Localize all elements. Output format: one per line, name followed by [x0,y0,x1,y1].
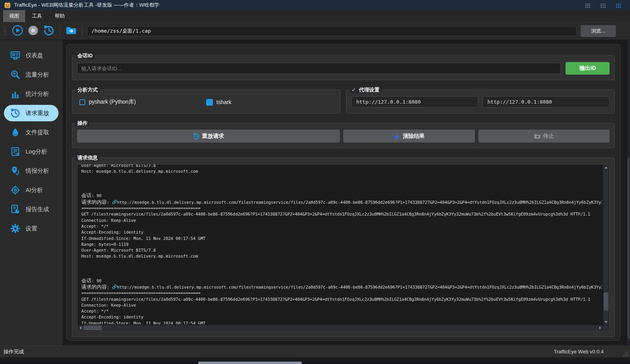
statusbar: 操作完成 TrafficEye Web v0.0.4 [0,346,630,357]
file-extract-icon [10,127,20,137]
tshark-checkbox[interactable]: tshark [206,99,333,106]
stop-button[interactable] [26,24,40,38]
sidebar-item-settings[interactable]: 设置 [4,220,59,237]
stop-label: 停止 [543,133,554,140]
stop-icon [27,25,39,37]
sidebar-item-label: 情报分析 [26,167,49,175]
resize-grip-icon[interactable] [623,351,628,356]
history-icon [193,133,200,140]
main-content: 会话ID 输出ID 分析方式 pyshark (Python库) tshark [63,40,630,346]
vertical-scrollbar-thumb[interactable] [604,293,608,311]
sidebar: 仪表盘 流量分析 统计分析 请求重放 文件提取 Log分析 情报分析 AI分析 … [0,40,63,346]
proxy-https-input[interactable] [482,96,610,108]
request-replay-panel: 会话ID 输出ID 分析方式 pyshark (Python库) tshark [66,44,621,341]
menu-view[interactable]: 视图 [3,10,25,22]
sidebar-item-intel-analysis[interactable]: 情报分析 [4,163,59,179]
analysis-method-group: 分析方式 pyshark (Python库) tshark [72,90,341,113]
request-info-text: User-Agent: Microsoft BITS/7.8 Host: mse… [81,164,602,324]
history-icon [43,25,55,37]
folder-export-icon [66,25,77,37]
window-horizontal-scrollbar-thumb[interactable] [198,362,302,364]
vertical-scrollbar[interactable] [603,165,609,325]
session-id-group-title: 会话ID [75,52,95,59]
request-info-group-title: 请求信息 [75,154,100,161]
clear-results-label: 清除结果 [403,133,425,140]
window-vertical-scrollbar-thumb[interactable] [628,158,630,338]
titlebar-controls [585,3,626,8]
actions-group-title: 操作 [75,120,90,126]
sidebar-item-ai-analysis[interactable]: AI分析 [4,182,59,198]
window-vertical-scrollbar[interactable] [627,40,630,346]
checkbox-unchecked-icon [79,99,85,105]
sidebar-item-label: Log分析 [26,148,47,155]
sidebar-item-request-replay[interactable]: 请求重放 [4,105,59,121]
proxy-settings-group-title: 代理设置 [350,86,381,93]
clear-results-button[interactable]: 清除结果 [343,130,475,143]
scroll-down-arrow-icon[interactable] [603,319,609,325]
stop-button-disabled[interactable]: 停止 [478,130,610,143]
proxy-http-input[interactable] [351,96,478,108]
menu-tools[interactable]: 工具 [26,10,48,22]
menubar: 视图 工具 帮助 [0,10,630,22]
scroll-left-arrow-icon[interactable] [78,325,83,331]
capture-path-input[interactable] [87,26,577,36]
toolbar-drag-handle[interactable] [3,26,7,37]
sidebar-item-label: 仪表盘 [26,52,43,59]
sidebar-item-report-generate[interactable]: 报告生成 [4,201,59,218]
toolbar: 浏览... [0,22,630,40]
settings-icon [10,223,20,234]
session-id-group: 会话ID 输出ID [72,55,615,80]
broom-icon [393,133,400,140]
open-file-button[interactable] [64,24,78,38]
window-horizontal-scrollbar[interactable] [0,362,630,364]
request-replay-icon [10,108,20,118]
output-id-button[interactable]: 输出ID [566,62,610,75]
sidebar-item-label: 文件提取 [26,129,49,136]
sidebar-item-label: 设置 [26,225,37,232]
session-id-input[interactable] [77,63,561,74]
window-dots-icon-3[interactable] [615,3,621,8]
sidebar-item-label: 请求重放 [26,110,49,117]
pyshark-checkbox[interactable]: pyshark (Python库) [79,99,206,106]
sidebar-item-file-extract[interactable]: 文件提取 [4,124,59,141]
checkbox-checked-icon [206,99,213,106]
traffic-analysis-icon [10,70,20,80]
scroll-up-arrow-icon[interactable] [603,165,609,170]
play-button[interactable] [11,24,24,38]
window-title: TrafficEye - WEB网络流量分析工具 -研发版 ——作者：W啥都学 [14,2,159,9]
log-analysis-icon [10,146,20,157]
window-dots-icon-1[interactable] [585,3,591,8]
replay-request-button[interactable]: 重放请求 [77,130,340,143]
horizontal-scrollbar[interactable] [78,325,603,331]
proxy-enabled-checkbox[interactable] [352,86,359,93]
sidebar-item-label: 报告生成 [26,206,49,213]
sidebar-item-label: 统计分析 [26,90,49,98]
menu-help[interactable]: 帮助 [49,10,71,22]
app-icon [4,2,11,9]
request-info-textarea[interactable]: User-Agent: Microsoft BITS/7.8 Host: mse… [77,164,610,331]
sidebar-item-log-analysis[interactable]: Log分析 [4,143,59,160]
status-message: 操作完成 [4,348,24,355]
sidebar-item-traffic-analysis[interactable]: 流量分析 [4,66,59,83]
version-label: TrafficEye Web v0.0.4 [554,349,604,355]
tshark-checkbox-label: tshark [216,99,231,105]
replay-request-label: 重放请求 [202,133,224,140]
scrollbar-corner [603,325,609,331]
sidebar-item-dashboard[interactable]: 仪表盘 [4,47,59,64]
pyshark-checkbox-label: pyshark (Python库) [89,99,136,106]
report-generate-icon [10,204,20,214]
proxy-settings-label: 代理设置 [359,86,379,93]
dashboard-icon [10,50,20,60]
actions-group: 操作 重放请求 清除结果 停止 [72,123,615,148]
sidebar-item-statistics[interactable]: 统计分析 [4,86,59,102]
sidebar-item-label: 流量分析 [26,71,49,79]
scroll-right-arrow-icon[interactable] [597,325,603,331]
ai-analysis-icon [10,185,20,195]
statistics-icon [10,89,20,99]
titlebar: TrafficEye - WEB网络流量分析工具 -研发版 ——作者：W啥都学 [0,0,630,10]
browse-button[interactable]: 浏览... [581,25,616,37]
window-dots-icon-2[interactable] [600,3,606,8]
horizontal-scrollbar-thumb[interactable] [84,326,102,330]
proxy-settings-group: 代理设置 [346,90,615,113]
replay-history-button[interactable] [42,24,55,38]
